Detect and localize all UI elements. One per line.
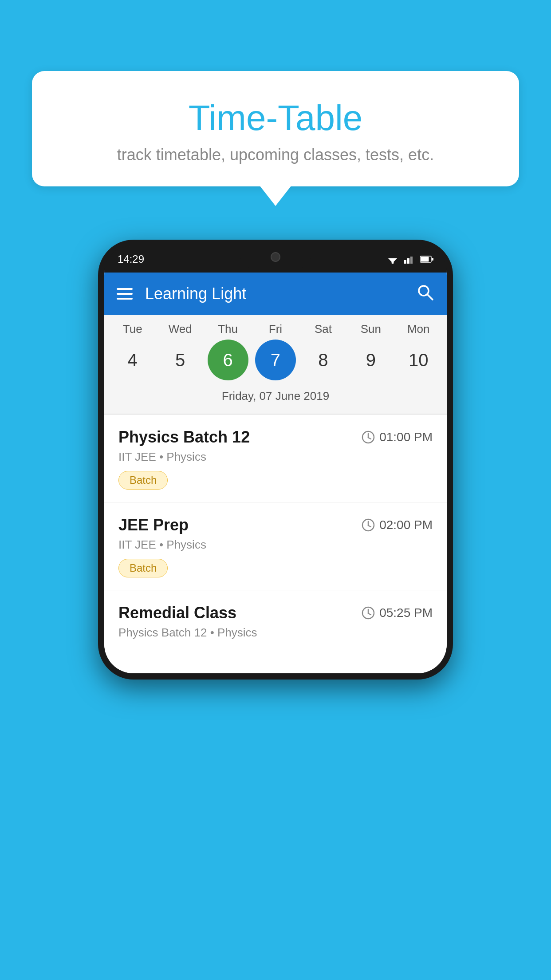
clock-icon-2	[362, 518, 375, 532]
svg-rect-4	[407, 258, 409, 264]
day-5[interactable]: 5	[160, 340, 201, 380]
day-header-sun: Sun	[350, 322, 391, 336]
day-6-today[interactable]: 6	[208, 340, 248, 380]
bubble-subtitle: track timetable, upcoming classes, tests…	[54, 146, 497, 164]
calendar-strip: Tue Wed Thu Fri Sat Sun Mon 4 5 6 7 8 9 …	[104, 315, 447, 414]
clock-icon-3	[362, 606, 375, 620]
svg-line-16	[368, 526, 371, 527]
day-8[interactable]: 8	[303, 340, 343, 380]
day-9[interactable]: 9	[350, 340, 391, 380]
class-time-2: 02:00 PM	[362, 518, 433, 532]
selected-date-label: Friday, 07 June 2019	[104, 386, 447, 409]
day-numbers-row: 4 5 6 7 8 9 10	[104, 340, 447, 380]
class-item-2[interactable]: JEE Prep 02:00 PM IIT JEE • Physics Batc…	[104, 502, 447, 590]
day-header-thu: Thu	[208, 322, 248, 336]
bubble-title: Time-Table	[54, 98, 497, 138]
class-meta-1: IIT JEE • Physics	[118, 450, 433, 464]
day-header-fri: Fri	[255, 322, 296, 336]
day-header-tue: Tue	[112, 322, 153, 336]
info-bubble: Time-Table track timetable, upcoming cla…	[32, 71, 519, 186]
svg-line-19	[368, 613, 371, 615]
class-meta-3: Physics Batch 12 • Physics	[118, 626, 433, 640]
class-name-2: JEE Prep	[118, 516, 189, 534]
class-name-1: Physics Batch 12	[118, 428, 250, 447]
class-list: Physics Batch 12 01:00 PM IIT JEE • Phys…	[104, 415, 447, 656]
day-header-wed: Wed	[160, 322, 201, 336]
class-meta-2: IIT JEE • Physics	[118, 538, 433, 552]
clock-icon-1	[362, 431, 375, 444]
app-bar: Learning Light	[104, 273, 447, 315]
wifi-icon	[386, 255, 399, 264]
status-icons	[386, 255, 433, 264]
class-item-1[interactable]: Physics Batch 12 01:00 PM IIT JEE • Phys…	[104, 415, 447, 502]
svg-line-10	[427, 294, 433, 300]
svg-rect-7	[421, 257, 429, 262]
menu-icon[interactable]	[117, 288, 133, 300]
status-time: 14:29	[118, 253, 144, 265]
class-time-1: 01:00 PM	[362, 430, 433, 444]
batch-badge-1: Batch	[118, 471, 168, 490]
search-icon[interactable]	[416, 283, 434, 305]
batch-badge-2: Batch	[118, 559, 168, 577]
phone-mockup: 14:29	[98, 240, 453, 680]
svg-line-13	[368, 438, 371, 439]
svg-rect-3	[404, 260, 406, 264]
signal-icon	[404, 255, 415, 264]
battery-icon	[420, 255, 433, 263]
day-7-selected[interactable]: 7	[255, 340, 296, 380]
day-header-sat: Sat	[303, 322, 343, 336]
day-header-mon: Mon	[398, 322, 439, 336]
class-item-3[interactable]: Remedial Class 05:25 PM Physics Batch 12…	[104, 590, 447, 656]
camera	[271, 252, 280, 262]
svg-rect-5	[410, 257, 413, 264]
svg-rect-8	[432, 258, 433, 261]
class-time-3: 05:25 PM	[362, 606, 433, 620]
day-10[interactable]: 10	[398, 340, 439, 380]
app-title: Learning Light	[145, 285, 246, 303]
day-4[interactable]: 4	[112, 340, 153, 380]
class-name-3: Remedial Class	[118, 604, 236, 622]
